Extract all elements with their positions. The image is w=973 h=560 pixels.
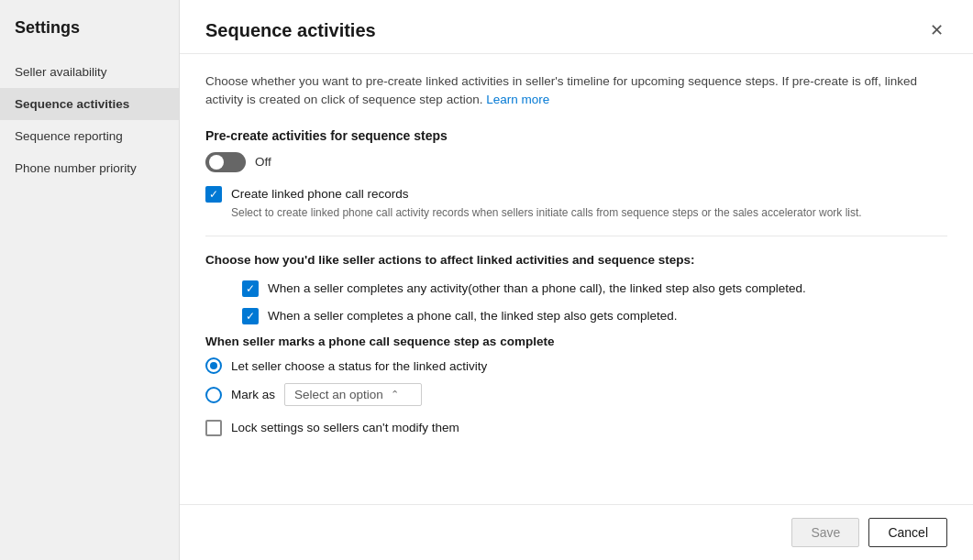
checkbox-activity-label: When a seller completes any activity(oth… — [268, 280, 806, 298]
radio-let-seller-inner — [210, 362, 217, 369]
checkbox-activity-row: ✓ When a seller completes any activity(o… — [242, 280, 947, 298]
mark-as-text: Mark as — [231, 388, 275, 401]
sidebar-item-sequence-reporting[interactable]: Sequence reporting — [0, 120, 179, 152]
section2-label: Choose how you'd like seller actions to … — [205, 253, 947, 267]
toggle-row: Off — [205, 152, 947, 172]
divider-1 — [205, 236, 947, 236]
checkbox-activity-check-icon: ✓ — [246, 283, 255, 294]
page-title: Sequence activities — [205, 20, 376, 41]
sidebar: Settings Seller availability Sequence ac… — [0, 0, 180, 560]
close-button[interactable]: ✕ — [926, 18, 947, 42]
radio-let-seller[interactable] — [205, 357, 222, 374]
mark-as-select[interactable]: Select an option ⌃ — [284, 383, 422, 406]
checkbox-phone-records-sub: Select to create linked phone call activ… — [231, 206, 862, 219]
lock-settings-label: Lock settings so sellers can't modify th… — [231, 419, 459, 437]
sidebar-item-sequence-activities[interactable]: Sequence activities — [0, 88, 179, 120]
phone-call-complete-label: When seller marks a phone call sequence … — [205, 335, 947, 348]
cancel-button[interactable]: Cancel — [868, 518, 947, 547]
radio-let-seller-label: Let seller choose a status for the linke… — [231, 359, 487, 373]
footer: Save Cancel — [180, 504, 973, 560]
toggle-state-label: Off — [255, 155, 271, 169]
main-body: Choose whether you want to pre-create li… — [180, 54, 973, 504]
checkbox-phone-records[interactable]: ✓ — [205, 186, 222, 203]
checkbox-activity[interactable]: ✓ — [242, 280, 259, 297]
checkbox-check-icon: ✓ — [209, 189, 218, 200]
checkbox-phone-call-row: ✓ When a seller completes a phone call, … — [242, 307, 947, 325]
select-placeholder: Select an option — [294, 388, 383, 401]
radio-let-seller-row: Let seller choose a status for the linke… — [205, 357, 947, 374]
description-text: Choose whether you want to pre-create li… — [205, 72, 947, 110]
save-button[interactable]: Save — [791, 518, 859, 547]
checkbox-phone-call[interactable]: ✓ — [242, 308, 259, 324]
checkbox-phone-call-label: When a seller completes a phone call, th… — [268, 307, 678, 325]
checkbox-phone-call-check-icon: ✓ — [246, 311, 255, 322]
chevron-down-icon: ⌃ — [391, 389, 399, 401]
radio-mark-as-row: Mark as Select an option ⌃ — [205, 383, 947, 406]
sidebar-item-seller-availability[interactable]: Seller availability — [0, 56, 179, 88]
sidebar-item-phone-number-priority[interactable]: Phone number priority — [0, 152, 179, 184]
pre-create-label: Pre-create activities for sequence steps — [205, 128, 947, 143]
lock-settings-row: Lock settings so sellers can't modify th… — [205, 419, 947, 437]
radio-mark-as[interactable] — [205, 387, 222, 403]
pre-create-toggle[interactable] — [205, 152, 246, 172]
sidebar-title: Settings — [0, 18, 179, 56]
checkbox-phone-records-label: Create linked phone call records — [231, 185, 862, 203]
main-header: Sequence activities ✕ — [180, 0, 973, 54]
main-panel: Sequence activities ✕ Choose whether you… — [180, 0, 973, 560]
learn-more-link[interactable]: Learn more — [486, 93, 549, 106]
checkbox-phone-records-row: ✓ Create linked phone call records Selec… — [205, 185, 947, 219]
lock-settings-checkbox[interactable] — [205, 420, 222, 436]
